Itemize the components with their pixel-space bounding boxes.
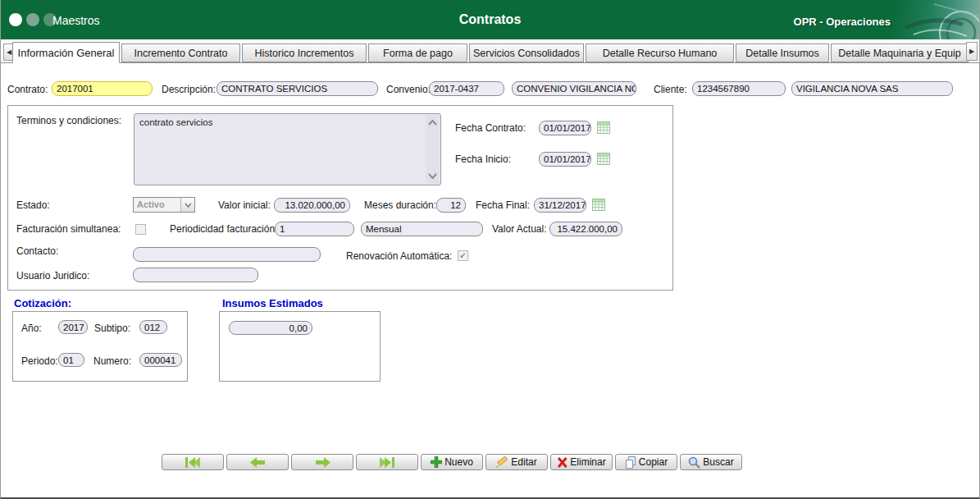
usuario-juridico-input[interactable] bbox=[133, 268, 258, 282]
editar-label: Editar bbox=[511, 456, 536, 468]
insumos-title: Insumos Estimados bbox=[222, 297, 323, 309]
convenio-label: Convenio: bbox=[386, 84, 431, 95]
terminos-text: contrato servicios bbox=[139, 117, 212, 127]
terminos-label: Terminos y condiciones: bbox=[16, 115, 121, 126]
tab-bar: ◀ Información General Incremento Contrat… bbox=[1, 41, 979, 63]
fecha-inicio-calendar-icon[interactable] bbox=[597, 153, 610, 165]
fecha-final-calendar-icon[interactable] bbox=[592, 199, 605, 211]
scroll-up-icon[interactable] bbox=[428, 120, 437, 126]
valor-inicial-input[interactable]: 13.020.000,00 bbox=[274, 198, 350, 213]
eliminar-label: Eliminar bbox=[570, 456, 605, 468]
copiar-button[interactable]: Copiar bbox=[615, 454, 677, 470]
tab-detalle-insumos[interactable]: Detalle Insumos bbox=[736, 43, 829, 62]
app-window: Maestros Contratos OPR - Operaciones ◀ I… bbox=[0, 0, 980, 499]
tab-detalle-recurso-humano[interactable]: Detalle Recurso Humano bbox=[586, 43, 734, 62]
fecha-contrato-calendar-icon[interactable] bbox=[597, 121, 610, 134]
first-record-icon bbox=[185, 457, 201, 468]
contacto-input[interactable] bbox=[133, 247, 321, 262]
tab-historico-incrementos[interactable]: Historico Incrementos bbox=[242, 43, 367, 62]
convenio-code-input[interactable]: 2017-0437 bbox=[429, 81, 504, 96]
copy-icon bbox=[625, 456, 636, 469]
header-bar: Maestros Contratos OPR - Operaciones bbox=[1, 0, 979, 39]
first-record-button[interactable] bbox=[162, 454, 224, 470]
estado-dropdown[interactable]: Activo bbox=[133, 197, 195, 213]
subtipo-input[interactable]: 012 bbox=[139, 320, 167, 334]
usuario-juridico-label: Usuario Juridico: bbox=[16, 270, 89, 282]
ano-input[interactable]: 2017 bbox=[58, 320, 88, 334]
next-record-icon bbox=[315, 457, 330, 468]
terminos-textarea[interactable]: contrato servicios bbox=[134, 113, 441, 185]
renovacion-automatica-checkbox[interactable]: ✔ bbox=[458, 250, 468, 261]
tab-forma-de-pago[interactable]: Forma de pago bbox=[368, 43, 467, 62]
last-record-icon bbox=[379, 457, 395, 468]
record-toolbar: Nuevo Editar Eliminar Copiar bbox=[162, 454, 742, 470]
tab-scroll-right-icon[interactable]: ▶ bbox=[966, 42, 978, 61]
pencil-icon bbox=[496, 456, 508, 468]
search-icon bbox=[688, 456, 700, 469]
nuevo-button[interactable]: Nuevo bbox=[421, 454, 483, 470]
meses-duracion-input[interactable]: 12 bbox=[436, 198, 466, 213]
periodo-input[interactable]: 01 bbox=[58, 353, 84, 367]
estado-value: Activo bbox=[134, 198, 180, 212]
meses-duracion-label: Meses duración: bbox=[364, 199, 436, 211]
insumos-groupbox: 0,00 bbox=[219, 311, 381, 382]
valor-actual-label: Valor Actual: bbox=[492, 223, 546, 235]
previous-record-icon bbox=[250, 457, 266, 468]
ano-label: Año: bbox=[21, 323, 42, 334]
copiar-label: Copiar bbox=[639, 456, 668, 468]
cliente-name-input[interactable]: VIGILANCIA NOVA SAS bbox=[791, 81, 953, 96]
fecha-contrato-label: Fecha Contrato: bbox=[455, 122, 526, 134]
context-label: OPR - Operaciones bbox=[794, 16, 891, 28]
buscar-label: Buscar bbox=[703, 456, 733, 468]
numero-input[interactable]: 000041 bbox=[139, 353, 182, 367]
plus-icon bbox=[431, 456, 442, 468]
periodicidad-desc-input[interactable]: Mensual bbox=[361, 222, 483, 236]
terminos-scrollbar[interactable] bbox=[426, 115, 440, 184]
numero-label: Numero: bbox=[93, 355, 131, 367]
fecha-final-input[interactable]: 31/12/2017 bbox=[534, 198, 586, 213]
valor-actual-input[interactable]: 15.422.000,00 bbox=[549, 222, 622, 236]
facturacion-simultanea-label: Facturación simultanea: bbox=[16, 223, 121, 235]
convenio-name-input[interactable]: CONVENIO VIGILANCIA NOV bbox=[512, 81, 636, 96]
cliente-id-input[interactable]: 1234567890 bbox=[692, 81, 786, 96]
insumos-valor-input[interactable]: 0,00 bbox=[229, 321, 312, 335]
eliminar-button[interactable]: Eliminar bbox=[550, 454, 613, 470]
fecha-inicio-label: Fecha Inicio: bbox=[455, 153, 511, 165]
valor-inicial-label: Valor inicial: bbox=[218, 199, 271, 211]
editar-button[interactable]: Editar bbox=[485, 454, 548, 470]
previous-record-button[interactable] bbox=[226, 454, 289, 470]
descripcion-input[interactable]: CONTRATO SERVICIOS bbox=[217, 81, 378, 96]
fecha-contrato-input[interactable]: 01/01/2017 bbox=[539, 121, 591, 135]
cliente-label: Cliente: bbox=[654, 84, 687, 95]
contacto-label: Contacto: bbox=[16, 245, 58, 257]
delete-x-icon bbox=[557, 457, 567, 468]
fecha-final-label: Fecha Final: bbox=[476, 199, 530, 211]
chevron-down-icon[interactable] bbox=[180, 198, 194, 212]
next-record-button[interactable] bbox=[291, 454, 353, 470]
cotizacion-groupbox: Año: 2017 Subtipo: 012 Periodo: 01 Numer… bbox=[12, 311, 188, 382]
tab-informacion-general[interactable]: Información General bbox=[12, 42, 120, 63]
informacion-general-groupbox: Terminos y condiciones: contrato servici… bbox=[7, 105, 673, 291]
fecha-inicio-input[interactable]: 01/01/2017 bbox=[539, 152, 591, 167]
periodo-label: Periodo: bbox=[21, 355, 58, 367]
last-record-button[interactable] bbox=[356, 454, 418, 470]
tab-incremento-contrato[interactable]: Incremento Contrato bbox=[121, 43, 240, 62]
estado-label: Estado: bbox=[16, 199, 50, 211]
scroll-down-icon[interactable] bbox=[428, 173, 437, 179]
buscar-button[interactable]: Buscar bbox=[680, 454, 742, 470]
tab-servicios-consolidados[interactable]: Servicios Consolidados bbox=[469, 43, 584, 62]
periodicidad-label: Periodicidad facturación: bbox=[170, 223, 277, 235]
nuevo-label: Nuevo bbox=[444, 456, 473, 468]
descripcion-label: Descripción: bbox=[162, 84, 216, 95]
renovacion-automatica-label: Renovación Automática: bbox=[346, 250, 452, 262]
facturacion-simultanea-checkbox[interactable] bbox=[135, 224, 146, 235]
cotizacion-title: Cotización: bbox=[14, 297, 71, 309]
subtipo-label: Subtipo: bbox=[94, 323, 130, 334]
contrato-input[interactable]: 2017001 bbox=[52, 81, 153, 96]
periodicidad-input[interactable]: 1 bbox=[275, 222, 354, 236]
tab-detalle-maquinaria[interactable]: Detalle Maquinaria y Equip bbox=[831, 43, 969, 62]
contrato-label: Contrato: bbox=[7, 84, 48, 95]
